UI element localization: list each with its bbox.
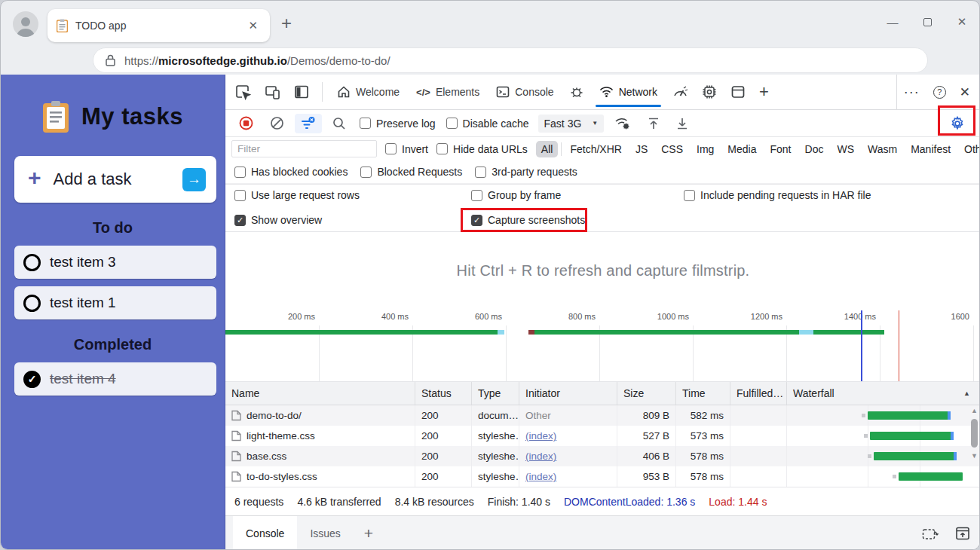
scroll-down-icon[interactable]: ▼	[971, 452, 978, 460]
devtools-menu-icon[interactable]: ···	[897, 75, 926, 109]
filter-type-doc[interactable]: Doc	[800, 141, 829, 157]
drawer-tab-console[interactable]: Console	[233, 516, 297, 550]
request-initiator-cell[interactable]: (index)	[519, 426, 617, 446]
checkbox-icon[interactable]	[684, 190, 695, 201]
tab-console[interactable]: Console	[488, 75, 562, 109]
capture-screenshots-checkbox[interactable]: ✓Capture screenshots	[471, 214, 585, 226]
request-name-cell[interactable]: base.css	[225, 446, 415, 466]
show-overview-checkbox[interactable]: ✓Show overview	[234, 214, 322, 226]
network-overview-timeline[interactable]: 200 ms400 ms600 ms800 ms1000 ms1200 ms14…	[225, 309, 980, 382]
drawer-add-tab-button[interactable]: +	[364, 524, 373, 542]
add-task-submit-button[interactable]: →	[182, 168, 206, 191]
include-pending-requests-in-har-file-checkbox[interactable]: Include pending requests in HAR file	[684, 189, 871, 201]
new-tab-button[interactable]: +	[281, 13, 292, 34]
add-task-field[interactable]: + Add a task →	[14, 156, 216, 203]
clear-network-log-icon[interactable]	[264, 116, 290, 130]
task-item[interactable]: test item 1	[14, 286, 216, 319]
filter-type-ws[interactable]: WS	[831, 141, 859, 157]
dock-side-icon[interactable]	[287, 75, 316, 109]
task-circle-icon[interactable]	[23, 295, 41, 312]
request-row[interactable]: to-do-styles.css200styleshe…(index)953 B…	[225, 466, 980, 487]
search-icon[interactable]	[326, 117, 352, 130]
filter-type-manifest[interactable]: Manifest	[905, 141, 956, 157]
preserve-log-checkbox[interactable]: Preserve log	[360, 118, 436, 130]
export-har-icon[interactable]	[670, 117, 694, 130]
checkbox-icon[interactable]	[471, 190, 482, 201]
task-checked-icon[interactable]: ✓	[23, 371, 41, 388]
filter-type-other[interactable]: Other	[959, 141, 980, 157]
import-har-icon[interactable]	[642, 117, 666, 130]
tab-network[interactable]: Network	[591, 75, 666, 109]
task-circle-icon[interactable]	[23, 254, 41, 271]
drawer-tab-issues[interactable]: Issues	[297, 516, 353, 550]
profile-avatar[interactable]	[13, 11, 38, 37]
filter-type-js[interactable]: JS	[630, 141, 653, 157]
has-blocked-cookies-checkbox[interactable]: Has blocked cookies	[234, 166, 348, 178]
devtools-close-icon[interactable]: ✕	[953, 75, 980, 109]
record-network-log-button[interactable]	[233, 116, 259, 130]
use-large-request-rows-checkbox[interactable]: Use large request rows	[234, 189, 360, 201]
blocked-requests-checkbox[interactable]: Blocked Requests	[360, 166, 462, 178]
url-bar[interactable]: https://microsoftedge.github.io/Demos/de…	[93, 47, 928, 73]
table-scrollbar[interactable]: ▲▼	[969, 407, 979, 485]
throttling-dropdown[interactable]: Fast 3G▼	[538, 115, 605, 133]
tab-welcome[interactable]: Welcome	[329, 75, 408, 109]
tab-elements[interactable]: </> Elements	[408, 75, 488, 109]
layout-panel-icon[interactable]	[724, 75, 752, 109]
column-header-initiator[interactable]: Initiator	[519, 382, 617, 405]
task-item[interactable]: ✓test item 4	[14, 362, 216, 396]
column-header-fulfilled[interactable]: Fulfilled…	[730, 382, 787, 405]
request-row[interactable]: demo-to-do/200docum…Other809 B582 ms	[225, 405, 980, 426]
3rd-party-requests-checkbox[interactable]: 3rd-party requests	[475, 166, 577, 178]
column-header-type[interactable]: Type	[472, 382, 519, 405]
column-header-size[interactable]: Size	[617, 382, 676, 405]
group-by-frame-checkbox[interactable]: Group by frame	[471, 189, 561, 201]
window-close-button[interactable]: ✕	[945, 15, 979, 29]
debugger-bug-icon[interactable]	[562, 75, 591, 109]
filter-toggle-icon[interactable]	[295, 114, 322, 133]
column-header-waterfall[interactable]: Waterfall▲	[787, 382, 980, 405]
maximize-button[interactable]	[910, 16, 945, 29]
filter-type-media[interactable]: Media	[722, 141, 761, 157]
task-item[interactable]: test item 3	[14, 246, 216, 279]
request-initiator-cell[interactable]: (index)	[519, 446, 617, 466]
memory-chip-icon[interactable]	[695, 75, 724, 109]
checkbox-icon[interactable]	[234, 190, 246, 201]
column-header-status[interactable]: Status	[415, 382, 472, 405]
hide-data-urls-checkbox[interactable]: Hide data URLs	[436, 143, 528, 155]
request-initiator-cell[interactable]: (index)	[519, 466, 617, 487]
column-header-time[interactable]: Time	[676, 382, 730, 405]
help-icon[interactable]: ?	[926, 75, 953, 109]
invert-checkbox[interactable]: Invert	[385, 143, 428, 155]
checkbox-icon[interactable]: ✓	[234, 215, 246, 226]
column-header-name[interactable]: Name	[225, 382, 415, 405]
filter-type-wasm[interactable]: Wasm	[862, 141, 902, 157]
tab-close-icon[interactable]: ✕	[245, 19, 261, 32]
filter-type-img[interactable]: Img	[691, 141, 719, 157]
request-row[interactable]: light-theme.css200styleshe…(index)527 B5…	[225, 426, 980, 446]
more-tabs-button[interactable]: +	[752, 75, 776, 109]
drawer-expand-icon[interactable]	[955, 526, 970, 541]
scroll-up-icon[interactable]: ▲	[971, 407, 978, 414]
inspect-element-icon[interactable]	[228, 75, 258, 109]
filter-type-font[interactable]: Font	[765, 141, 797, 157]
filter-type-css[interactable]: CSS	[656, 141, 688, 157]
performance-icon[interactable]	[666, 75, 695, 109]
filter-input[interactable]	[231, 140, 377, 157]
request-name-cell[interactable]: demo-to-do/	[225, 405, 415, 426]
minimize-button[interactable]: —	[875, 16, 910, 29]
checkbox-icon[interactable]	[475, 167, 486, 178]
network-settings-gear-icon[interactable]	[943, 115, 972, 132]
checkbox-icon[interactable]: ✓	[471, 215, 482, 226]
device-emulation-icon[interactable]	[258, 75, 287, 109]
checkbox-icon[interactable]	[360, 167, 372, 178]
browser-tab[interactable]: TODO app ✕	[47, 9, 270, 42]
request-name-cell[interactable]: to-do-styles.css	[225, 466, 415, 487]
network-conditions-icon[interactable]	[608, 117, 637, 130]
disable-cache-checkbox[interactable]: Disable cache	[446, 118, 529, 130]
filter-type-all[interactable]: All	[536, 141, 559, 157]
filter-type-fetch-xhr[interactable]: Fetch/XHR	[565, 141, 626, 157]
request-row[interactable]: base.css200styleshe…(index)406 B578 ms	[225, 446, 980, 466]
request-name-cell[interactable]: light-theme.css	[225, 426, 415, 446]
drawer-dock-icon[interactable]	[922, 527, 939, 540]
